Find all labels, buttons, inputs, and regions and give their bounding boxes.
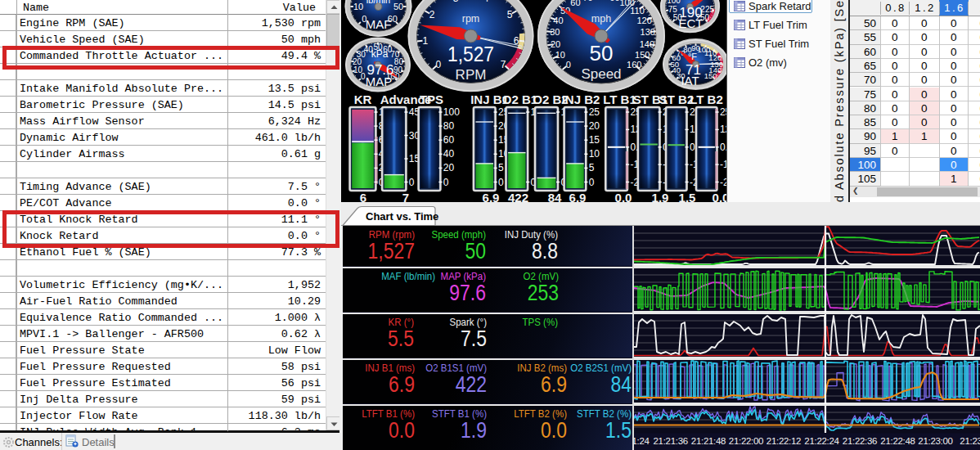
svg-text:-2: -2 [720,177,726,188]
svg-text:21:22:00: 21:22:00 [729,436,763,446]
svg-text:150: 150 [635,50,650,60]
svg-text:12: 12 [720,124,726,135]
svg-text:0.: 0. [720,142,726,153]
svg-text:21:22:12: 21:22:12 [766,436,801,446]
svg-text:21:23: 21:23 [960,436,980,446]
svg-text:130: 130 [641,27,655,37]
svg-text:-1: -1 [720,159,726,170]
svg-text:21:22:24: 21:22:24 [804,436,839,446]
svg-text:°F: °F [688,52,697,61]
svg-text:25: 25 [720,106,726,118]
svg-text:21:21:36: 21:21:36 [654,436,688,446]
svg-text:ST B2: ST B2 [659,92,695,106]
svg-text:1.9: 1.9 [652,191,669,203]
svg-text:IAT: IAT [681,74,699,88]
svg-text:75: 75 [668,5,678,14]
svg-text:0.0: 0.0 [713,191,726,203]
svg-text:1.5: 1.5 [679,191,696,203]
svg-text:140: 140 [640,39,654,49]
svg-text:21:22:36: 21:22:36 [843,436,877,446]
svg-text:1:24: 1:24 [634,436,650,446]
svg-text:LT B2: LT B2 [690,92,723,106]
svg-text:21:23:00: 21:23:00 [918,436,952,446]
svg-text:21:21:48: 21:21:48 [691,436,726,446]
svg-text:21:22:48: 21:22:48 [880,436,915,446]
svg-text:120: 120 [636,16,651,25]
svg-text:150: 150 [704,71,717,80]
svg-text:ECT: ECT [679,16,704,30]
